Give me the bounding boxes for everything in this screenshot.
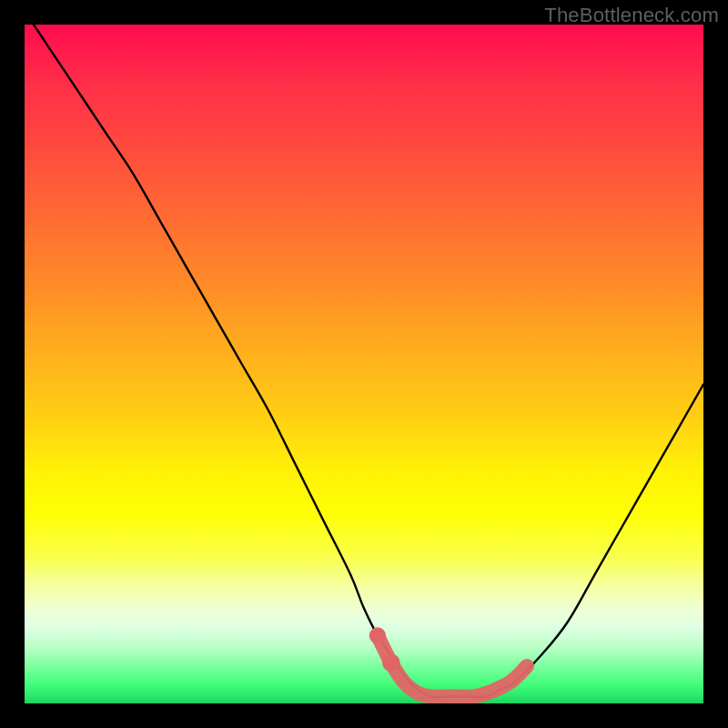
bottleneck-curve [25, 25, 703, 697]
valley-dot [369, 627, 386, 643]
outer-frame: TheBottleneck.com [0, 0, 728, 728]
plot-area [25, 25, 703, 703]
valley-dot [382, 653, 400, 672]
valley-highlight [378, 635, 527, 696]
marker-group [369, 627, 527, 697]
chart-svg [25, 25, 703, 703]
